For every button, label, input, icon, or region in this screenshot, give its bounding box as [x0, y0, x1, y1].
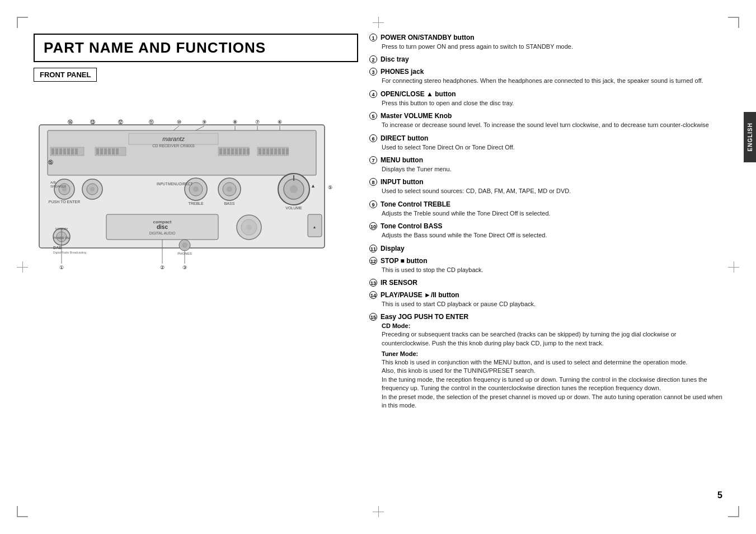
- svg-text:⑫: ⑫: [118, 119, 123, 125]
- item-desc-10: Adjusts the Bass sound while the Tone Di…: [382, 231, 722, 240]
- svg-text:VOLUME: VOLUME: [285, 206, 302, 210]
- corner-mark-br: [728, 506, 739, 517]
- svg-text:②: ②: [160, 265, 165, 270]
- svg-rect-11: [71, 148, 74, 154]
- device-illustration: marantz CD RECEIVER CR8003: [34, 91, 336, 276]
- list-item: 14 PLAY/PAUSE ►/II button This is used t…: [369, 291, 722, 308]
- english-tab: ENGLISH: [744, 112, 756, 162]
- svg-rect-12: [75, 148, 78, 154]
- svg-point-49: [193, 186, 199, 192]
- item-desc-14: This is used to start CD playback or pau…: [382, 300, 722, 308]
- svg-rect-34: [274, 148, 277, 154]
- list-item: 1 POWER ON/STANDBY button Press to turn …: [369, 34, 722, 51]
- crosshair-left: [17, 261, 28, 273]
- item-title-12: STOP ■ button: [381, 257, 427, 265]
- svg-text:⑩: ⑩: [177, 119, 181, 125]
- svg-text:⑪: ⑪: [149, 119, 154, 125]
- tuner-mode-title: Tuner Mode:: [382, 350, 722, 357]
- svg-rect-9: [63, 148, 66, 154]
- svg-text:DIRECT: DIRECT: [179, 182, 192, 186]
- svg-rect-25: [235, 148, 238, 154]
- crosshair-top: [373, 17, 384, 28]
- svg-point-76: [182, 242, 187, 248]
- svg-text:marantz: marantz: [162, 135, 185, 142]
- svg-text:③: ③: [182, 265, 187, 270]
- item-title-2: Disc tray: [381, 55, 409, 63]
- svg-rect-36: [282, 148, 285, 154]
- svg-text:DIGITAL AUDIO: DIGITAL AUDIO: [149, 231, 176, 235]
- svg-rect-32: [266, 148, 269, 154]
- cd-mode-title: CD Mode:: [382, 322, 722, 329]
- item-title-4: OPEN/CLOSE ▲ button: [381, 90, 456, 98]
- item-title-5: Master VOLUME Knob: [381, 112, 452, 120]
- jog-title: Easy JOG PUSH TO ENTER: [381, 313, 468, 321]
- item-title-10: Tone Control BASS: [381, 222, 442, 230]
- item-desc-9: Adjusts the Treble sound while the Tone …: [382, 209, 722, 218]
- svg-rect-19: [116, 148, 119, 154]
- item-title-11: Display: [381, 245, 405, 252]
- list-item: 2 Disc tray: [369, 55, 722, 63]
- cd-mode-section: CD Mode: Preceding or subsequent tracks …: [382, 322, 722, 348]
- svg-text:⑤: ⑤: [328, 185, 332, 190]
- svg-rect-23: [227, 148, 230, 154]
- svg-rect-35: [278, 148, 281, 154]
- svg-rect-27: [243, 148, 246, 154]
- svg-text:PUSH TO ENTER: PUSH TO ENTER: [49, 200, 81, 204]
- svg-text:▲: ▲: [313, 225, 317, 229]
- svg-point-57: [290, 185, 298, 193]
- svg-point-53: [227, 186, 232, 192]
- list-item: 8 INPUT button Used to select sound sour…: [369, 178, 722, 195]
- crosshair-right: [728, 261, 739, 273]
- page-title: PART NAME AND FUNCTIONS: [44, 39, 348, 57]
- corner-mark-bl: [17, 506, 28, 517]
- corner-mark-tr: [728, 17, 739, 28]
- svg-rect-28: [247, 148, 250, 154]
- svg-text:SPEAKER: SPEAKER: [50, 185, 67, 188]
- svg-rect-22: [223, 148, 226, 154]
- svg-text:DAB: DAB: [53, 246, 62, 250]
- item-desc-7: Displays the Tuner menu.: [382, 165, 722, 174]
- tuner-mode-desc: This knob is used in conjunction with th…: [382, 358, 722, 410]
- item-title-7: MENU button: [381, 156, 423, 164]
- svg-rect-33: [270, 148, 273, 154]
- svg-rect-8: [59, 148, 62, 154]
- list-item: 12 STOP ■ button This is used to stop th…: [369, 257, 722, 274]
- item-title-9: Tone Control TREBLE: [381, 200, 450, 208]
- right-column: 1 POWER ON/STANDBY button Press to turn …: [369, 34, 722, 413]
- item-title-6: DIRECT button: [381, 134, 428, 142]
- item-desc-4: Press this button to open and close the …: [382, 99, 722, 107]
- crosshair-bottom: [373, 506, 384, 517]
- svg-text:⑬: ⑬: [90, 119, 95, 125]
- svg-rect-17: [108, 148, 111, 154]
- svg-rect-16: [104, 148, 107, 154]
- item-desc-3: For connecting stereo headphones. When t…: [382, 77, 722, 85]
- front-panel-label: FRONT PANEL: [34, 68, 97, 82]
- list-item: 3 PHONES jack For connecting stereo head…: [369, 68, 722, 85]
- svg-rect-21: [219, 148, 222, 154]
- corner-mark-tl: [17, 17, 28, 28]
- svg-rect-10: [67, 148, 70, 154]
- list-item: 13 IR SENSOR: [369, 279, 722, 287]
- list-item: 7 MENU button Displays the Tuner menu.: [369, 156, 722, 174]
- svg-text:INPUT: INPUT: [157, 182, 168, 186]
- svg-text:⑭: ⑭: [68, 119, 73, 125]
- tuner-mode-section: Tuner Mode: This knob is used in conjunc…: [382, 350, 722, 410]
- svg-text:disc: disc: [157, 224, 168, 230]
- cd-mode-desc: Preceding or subsequent tracks can be se…: [382, 330, 722, 348]
- item-desc-6: Used to select Tone Direct On or Tone Di…: [382, 143, 722, 152]
- svg-text:A/B: A/B: [50, 181, 56, 184]
- main-content: PART NAME AND FUNCTIONS FRONT PANEL mara…: [34, 34, 722, 500]
- svg-rect-14: [96, 148, 99, 154]
- svg-text:⑨: ⑨: [202, 119, 206, 125]
- svg-text:⑮: ⑮: [48, 160, 53, 165]
- svg-rect-37: [286, 148, 289, 154]
- left-column: PART NAME AND FUNCTIONS FRONT PANEL mara…: [34, 34, 358, 276]
- svg-text:⑧: ⑧: [233, 119, 237, 125]
- list-item: 5 Master VOLUME Knob To increase or decr…: [369, 112, 722, 129]
- item-title-1: POWER ON/STANDBY button: [381, 34, 475, 41]
- item-desc-8: Used to select sound sources: CD, DAB, F…: [382, 187, 722, 195]
- svg-point-70: [246, 224, 252, 230]
- svg-rect-24: [231, 148, 234, 154]
- item-title-14: PLAY/PAUSE ►/II button: [381, 291, 459, 299]
- item-desc-5: To increase or decrease sound level. To …: [382, 121, 722, 129]
